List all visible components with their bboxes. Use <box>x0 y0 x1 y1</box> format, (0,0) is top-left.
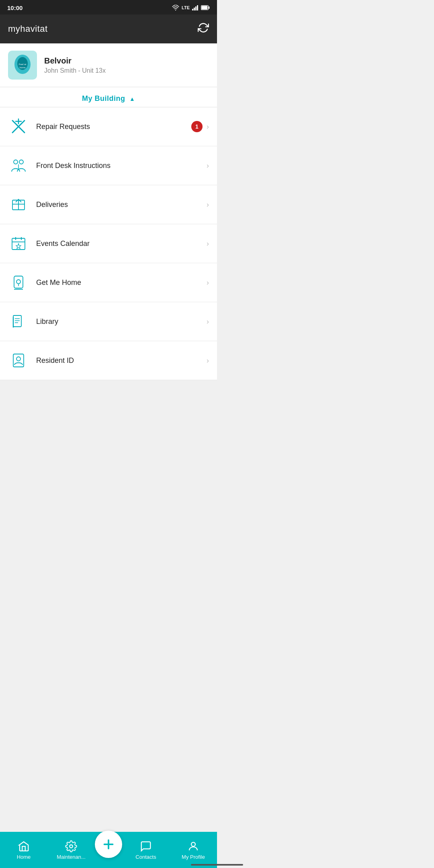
lte-icon: LTE <box>182 5 190 10</box>
library-chevron-icon: › <box>207 317 209 326</box>
building-name: Belvoir <box>44 56 106 66</box>
app-header: myhavitat <box>0 14 217 43</box>
building-sub: John Smith - Unit 13x <box>44 67 106 74</box>
menu-item-library[interactable]: Library › <box>0 302 217 341</box>
menu-item-front-desk[interactable]: Front Desk Instructions › <box>0 146 217 185</box>
library-label: Library <box>36 317 207 326</box>
deliveries-icon <box>8 194 29 215</box>
repair-requests-chevron-icon: › <box>207 123 209 131</box>
resident-id-chevron-icon: › <box>207 356 209 365</box>
front-desk-chevron-icon: › <box>207 162 209 170</box>
wifi-icon <box>172 5 179 10</box>
menu-item-resident-id[interactable]: Resident ID › <box>0 341 217 380</box>
status-icons: LTE <box>172 5 210 10</box>
empty-area <box>0 380 217 501</box>
svg-point-38 <box>16 357 20 361</box>
battery-icon <box>201 5 210 10</box>
svg-rect-28 <box>14 276 23 288</box>
front-desk-label: Front Desk Instructions <box>36 162 207 170</box>
residentid-icon <box>8 350 29 371</box>
menu-item-events-calendar[interactable]: Events Calendar › <box>0 224 217 263</box>
svg-rect-3 <box>195 6 197 10</box>
svg-point-17 <box>19 160 23 164</box>
status-time: 10:00 <box>7 4 23 11</box>
svg-point-29 <box>16 280 20 284</box>
menu-list: Repair Requests 1 › Front Desk Instructi… <box>0 107 217 380</box>
get-me-home-label: Get Me Home <box>36 278 207 287</box>
svg-rect-37 <box>13 354 24 367</box>
location-icon <box>8 272 29 293</box>
app-title: myhavitat <box>8 24 48 34</box>
frontdesk-icon <box>8 155 29 176</box>
resident-id-label: Resident ID <box>36 356 207 365</box>
menu-item-deliveries[interactable]: Deliveries › <box>0 185 217 224</box>
building-logo: Feel at home <box>8 51 37 80</box>
building-card: Feel at home Belvoir John Smith - Unit 1… <box>0 43 217 87</box>
my-building-label: My Building <box>82 94 125 102</box>
events-calendar-label: Events Calendar <box>36 240 207 248</box>
repair-requests-badge: 1 <box>191 121 203 132</box>
calendar-icon <box>8 233 29 254</box>
svg-rect-4 <box>197 5 198 10</box>
deliveries-chevron-icon: › <box>207 201 209 209</box>
svg-rect-7 <box>202 6 208 10</box>
svg-rect-1 <box>192 9 193 10</box>
signal-icon <box>192 5 199 10</box>
menu-item-get-me-home[interactable]: Get Me Home › <box>0 263 217 302</box>
svg-text:home: home <box>19 66 26 69</box>
svg-rect-32 <box>13 315 21 327</box>
svg-point-16 <box>14 160 18 164</box>
repair-requests-label: Repair Requests <box>36 123 191 131</box>
menu-item-repair-requests[interactable]: Repair Requests 1 › <box>0 107 217 146</box>
svg-rect-6 <box>209 6 210 9</box>
svg-text:Feel at: Feel at <box>19 63 27 66</box>
refresh-button[interactable] <box>198 22 209 36</box>
svg-marker-27 <box>16 244 21 249</box>
deliveries-label: Deliveries <box>36 201 207 209</box>
get-me-home-chevron-icon: › <box>207 278 209 287</box>
my-building-header[interactable]: My Building ▲ <box>0 87 217 107</box>
status-bar: 10:00 LTE <box>0 0 217 14</box>
building-info: Belvoir John Smith - Unit 13x <box>44 56 106 74</box>
section-chevron-icon: ▲ <box>129 96 135 102</box>
svg-rect-2 <box>194 8 195 10</box>
repair-icon <box>8 116 29 137</box>
events-calendar-chevron-icon: › <box>207 240 209 248</box>
svg-point-0 <box>175 10 176 10</box>
library-icon <box>8 311 29 332</box>
